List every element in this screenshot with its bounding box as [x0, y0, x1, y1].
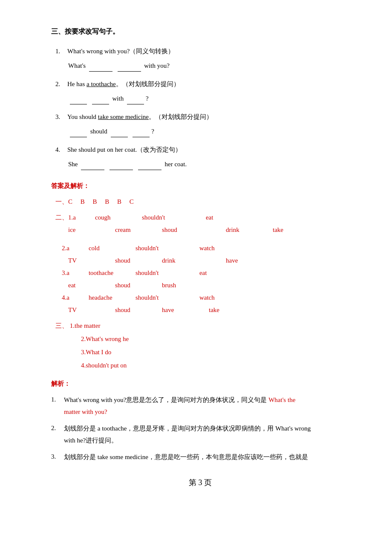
a2-watch2: watch: [199, 292, 215, 304]
page-footer: 第 3 页: [51, 476, 349, 489]
a3-header: 三、 1.the matter: [55, 320, 349, 332]
exp3-num: 3.: [51, 451, 61, 462]
answer2-row8: TV shoud have take: [51, 304, 349, 316]
explanation-title: 解析：: [51, 378, 349, 390]
q4-answer: She her coat.: [55, 158, 349, 170]
a2-label1: 二、1.a: [55, 212, 95, 223]
a2-ice: ice: [68, 224, 115, 236]
a2-headache: headache: [89, 292, 135, 304]
q1-text: What's wrong with you?（同义句转换）: [67, 46, 174, 57]
q4-blank2: [110, 158, 133, 170]
a2-tv2: TV: [68, 304, 115, 316]
a2-shoud1: shoud: [162, 224, 226, 236]
exp2-num: 2.: [51, 422, 61, 434]
exp1-num: 1.: [51, 394, 61, 405]
a2-take1: take: [273, 224, 283, 236]
a2-cream: cream: [115, 224, 162, 236]
a2-brush: brush: [162, 280, 176, 291]
q3-underlined: take some medicine: [98, 113, 149, 120]
a2-drink1: drink: [226, 224, 273, 236]
answer2-row2: ice cream shoud drink take: [51, 224, 349, 236]
a2-shouldnt4: shouldn't: [135, 292, 199, 304]
q3-num: 3.: [55, 111, 65, 123]
q4-blank3: [138, 158, 161, 170]
q4-num: 4.: [55, 144, 65, 156]
a2-watch1: watch: [199, 243, 215, 254]
a3-item3: 3.What I do: [55, 347, 349, 358]
answer2-row7: 4.a headache shouldn't watch: [51, 292, 349, 304]
q3-blank2: [111, 125, 128, 137]
q2-underlined: a toothache: [86, 81, 116, 87]
question-3: 3. You should take some medicine。（对划线部分提…: [51, 111, 349, 137]
answer-section: 答案及解析： 一、C B B B B C 二、1.a cough shouldn…: [51, 180, 349, 371]
answer2-row5: 3.a toothache shouldn't eat: [51, 267, 349, 279]
answer2-row4: TV shoud drink have: [51, 255, 349, 266]
q4-blank1: [81, 158, 104, 170]
exp2-text: 划线部分是 a toothache，意思是牙疼，是询问对方的身体状况即病情的，用…: [64, 422, 349, 447]
q1-blank2: [118, 60, 141, 72]
q4-text: She should put on her coat.（改为否定句）: [67, 144, 182, 156]
a2-label2: 2.a: [55, 243, 89, 254]
answer2-row1: 二、1.a cough shouldn't eat: [51, 212, 349, 223]
exp-item-2: 2. 划线部分是 a toothache，意思是牙疼，是询问对方的身体状况即病情…: [51, 422, 349, 447]
exp-item-1: 1. What's wrong with you?意思是怎么了，是询问对方的身体…: [51, 394, 349, 418]
a2-shoud4: shoud: [115, 304, 162, 316]
answer-section-title: 答案及解析：: [51, 180, 349, 192]
a2-have1: have: [226, 255, 238, 266]
q2-blank1: [70, 92, 87, 104]
answer2-row3: 2.a cold shouldn't watch: [51, 243, 349, 254]
a2-eat2: eat: [199, 267, 207, 279]
a2-cough: cough: [95, 212, 142, 223]
exp-item-3: 3. 划线部分是 take some medicine，意思是吃一些药，本句意思…: [51, 451, 349, 463]
q3-answer: should ?: [55, 125, 349, 137]
q3-blank1: [70, 125, 87, 137]
a2-label4: 4.a: [55, 292, 89, 304]
a2-shouldnt2: shouldn't: [135, 243, 199, 254]
a3-item2: 2.What's wrong he: [55, 333, 349, 345]
a2-drink2: drink: [162, 255, 226, 266]
a2-shoud2: shoud: [115, 255, 162, 266]
answer2-row6: eat shoud brush: [51, 280, 349, 291]
answer2-section: 二、1.a cough shouldn't eat ice cream shou…: [51, 212, 349, 316]
q3-text: You should take some medicine。（对划线部分提问）: [67, 111, 213, 123]
a2-shoud3: shoud: [115, 280, 162, 291]
q1-answer: What's with you?: [55, 60, 349, 72]
q2-num: 2.: [55, 78, 65, 90]
a2-shouldnt1: shouldn't: [142, 212, 206, 223]
q2-original: 2. He has a toothache。（对划线部分提问）: [55, 78, 349, 90]
a2-eat1: eat: [206, 212, 213, 223]
a2-label3: 3.a: [55, 267, 89, 279]
a3-item4: 4.shouldn't put on: [55, 360, 349, 371]
question-1: 1. What's wrong with you?（同义句转换） What's …: [51, 46, 349, 72]
q1-blank1: [89, 60, 112, 72]
answer1-label: 一、C B B B B C: [55, 196, 134, 208]
a2-shouldnt3: shouldn't: [135, 267, 199, 279]
q4-original: 4. She should put on her coat.（改为否定句）: [55, 144, 349, 156]
section-title: 三、按要求改写句子。: [51, 26, 349, 38]
a2-eat3: eat: [68, 280, 115, 291]
q2-blank2: [92, 92, 109, 104]
exp1-text: What's wrong with you?意思是怎么了，是询问对方的身体状况，…: [64, 394, 349, 418]
explanation-section: 解析： 1. What's wrong with you?意思是怎么了，是询问对…: [51, 378, 349, 463]
q2-answer: with ?: [55, 92, 349, 104]
a2-take2: take: [209, 304, 219, 316]
answer1-row: 一、C B B B B C: [51, 196, 349, 208]
q2-blank3: [127, 92, 144, 104]
question-2: 2. He has a toothache。（对划线部分提问） with ?: [51, 78, 349, 104]
a2-toothache: toothache: [89, 267, 135, 279]
a2-cold: cold: [89, 243, 135, 254]
exp3-text: 划线部分是 take some medicine，意思是吃一些药，本句意思是你应…: [64, 451, 349, 463]
q1-num: 1.: [55, 46, 65, 57]
a2-have2: have: [162, 304, 209, 316]
answer3-section: 三、 1.the matter 2.What's wrong he 3.What…: [51, 320, 349, 371]
q3-original: 3. You should take some medicine。（对划线部分提…: [55, 111, 349, 123]
q2-text: He has a toothache。（对划线部分提问）: [67, 78, 180, 90]
q1-original: 1. What's wrong with you?（同义句转换）: [55, 46, 349, 57]
a2-tv1: TV: [68, 255, 115, 266]
q3-blank3: [133, 125, 150, 137]
question-4: 4. She should put on her coat.（改为否定句） Sh…: [51, 144, 349, 170]
